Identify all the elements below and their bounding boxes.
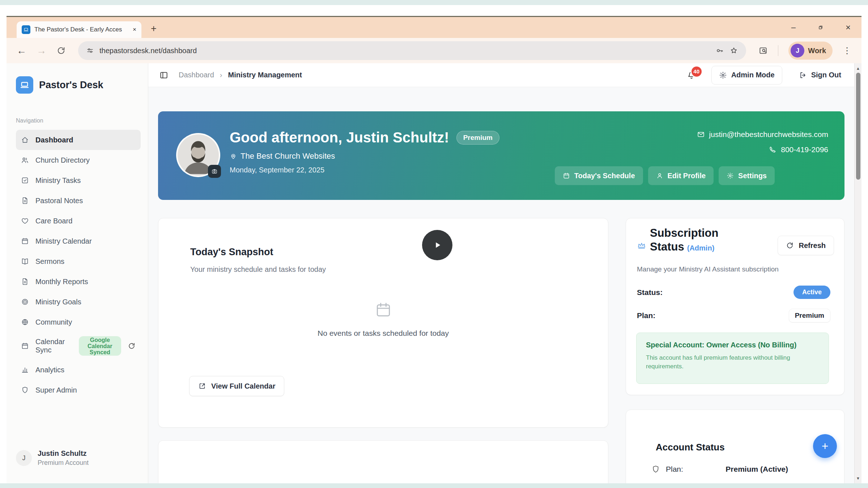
new-tab-button[interactable]: + [151,23,157,34]
add-fab-button[interactable]: + [813,434,837,458]
scrollbar-thumb[interactable] [856,73,860,180]
sidebar-item-community[interactable]: Community [16,312,141,332]
person-icon [656,172,663,179]
page-scrollbar[interactable]: ▲ ▼ [854,63,861,483]
gear-icon [719,71,727,79]
app-name: Pastor's Desk [39,80,103,91]
edit-profile-button[interactable]: Edit Profile [648,166,714,185]
sidebar-item-pastoral-notes[interactable]: Pastoral Notes [16,191,141,211]
profile-avatar: J [791,44,804,57]
user-plan: Premium Account [38,459,89,467]
target-icon [21,298,29,306]
account-plan-label: Plan: [666,465,683,474]
sidebar-item-label: Church Directory [35,156,90,164]
chart-icon [21,366,29,374]
notifications-button[interactable]: 40 [687,70,696,80]
globe-icon [21,318,29,326]
user-avatar: J [16,450,32,466]
tune-icon [86,47,94,55]
empty-state: No events or tasks scheduled for today [158,301,608,338]
empty-state-message: No events or tasks scheduled for today [158,329,608,338]
sidebar-item-label: Community [35,318,72,326]
admin-mode-label: Admin Mode [731,71,775,79]
sidebar-item-ministry-calendar[interactable]: Ministry Calendar [16,231,141,251]
todays-schedule-label: Today's Schedule [574,172,635,180]
panel-left-icon[interactable] [159,70,169,80]
task-icon [21,176,29,184]
special-account-body: This account has full premium features w… [646,354,816,371]
main-area: Dashboard › Ministry Management 40 Admin… [148,63,854,483]
camera-icon[interactable] [208,165,221,178]
settings-button[interactable]: Settings [719,166,775,185]
key-icon[interactable] [715,46,724,55]
address-bar[interactable]: thepastorsdesk.net/dashboard [78,41,746,60]
subscription-title: Subscription Status(Admin) [650,226,773,254]
browser-profile-chip[interactable]: J Work [788,42,833,60]
tab-close-icon[interactable]: × [133,26,136,33]
sign-out-button[interactable]: Sign Out [799,71,841,79]
sidebar-item-ministry-tasks[interactable]: Ministry Tasks [16,170,141,191]
sidebar-item-analytics[interactable]: Analytics [16,360,141,380]
back-icon[interactable]: ← [17,45,26,56]
scroll-down-icon[interactable]: ▼ [855,476,861,480]
refresh-button[interactable]: Refresh [778,236,834,255]
browser-menu-icon[interactable]: ⋮ [843,46,851,56]
restore-icon[interactable] [817,24,824,31]
sidebar-item-super-admin[interactable]: Super Admin [16,380,141,400]
forward-icon[interactable]: → [37,45,46,56]
scroll-up-icon[interactable]: ▲ [855,66,861,70]
status-row: Status: Active [637,286,830,299]
page-content: Good afternoon, Justin Schultz! Premium … [148,87,854,483]
sign-out-label: Sign Out [811,71,841,79]
sidebar-item-label: Super Admin [35,386,77,394]
todays-schedule-button[interactable]: Today's Schedule [555,166,643,185]
gear-icon [727,172,734,179]
account-status-card: Account Status Plan: Premium (Active) + [626,410,844,483]
snapshot-subtitle: Your ministry schedule and tasks for tod… [190,265,326,274]
plan-badge: Premium [789,309,830,322]
sidebar-item-sermons[interactable]: Sermons [16,251,141,271]
sidebar-item-label: Care Board [35,217,72,225]
phone-icon [769,146,776,154]
letterbox-top [0,0,868,5]
sidebar-item-calendar-sync[interactable]: Calendar Sync Google Calendar Synced [16,332,141,360]
refresh-label: Refresh [799,241,826,250]
view-full-calendar-label: View Full Calendar [211,382,275,390]
reload-icon[interactable] [56,46,66,55]
sidebar-item-label: Dashboard [35,136,73,144]
sidebar-item-dashboard[interactable]: Dashboard [16,130,141,150]
account-plan-row: Plan: Premium (Active) [651,465,788,474]
sidebar: Pastor's Desk Navigation Dashboard Churc… [7,63,148,483]
close-icon[interactable]: × [846,22,851,33]
banner-avatar[interactable] [176,133,220,177]
tab-search-icon[interactable] [758,46,768,55]
url-text[interactable]: thepastorsdesk.net/dashboard [99,47,710,55]
edit-profile-label: Edit Profile [668,172,706,180]
signout-icon [799,71,807,79]
account-status-title: Account Status [656,442,725,453]
sidebar-item-ministry-goals[interactable]: Ministry Goals [16,292,141,312]
sidebar-user[interactable]: J Justin Schultz Premium Account [16,449,89,467]
banner-actions: Today's Schedule Edit Profile Settings [555,166,775,185]
sidebar-item-label: Ministry Calendar [35,237,92,245]
view-full-calendar-button[interactable]: View Full Calendar [189,376,284,396]
sidebar-item-church-directory[interactable]: Church Directory [16,150,141,170]
users-icon [21,156,29,164]
google-calendar-synced-badge: Google Calendar Synced [79,336,122,356]
refresh-icon[interactable] [128,342,136,350]
browser-tab[interactable]: The Pastor's Desk - Early Acces × [17,21,141,38]
sidebar-item-care-board[interactable]: Care Board [16,211,141,231]
app-brand[interactable]: Pastor's Desk [16,76,141,94]
breadcrumb-dashboard[interactable]: Dashboard [179,71,214,79]
special-account-notice: Special Account: Owner Access (No Billin… [636,333,829,384]
admin-mode-button[interactable]: Admin Mode [711,66,782,85]
video-play-button[interactable] [422,230,452,260]
pin-icon [230,153,237,160]
sidebar-item-monthly-reports[interactable]: Monthly Reports [16,271,141,292]
snapshot-title: Today's Snapshot [190,247,273,258]
bookmark-star-icon[interactable] [729,46,738,55]
window-controls: – × [791,17,851,38]
minimize-icon[interactable]: – [791,23,796,32]
user-info: Justin Schultz Premium Account [38,449,89,467]
next-section-card [158,440,608,483]
